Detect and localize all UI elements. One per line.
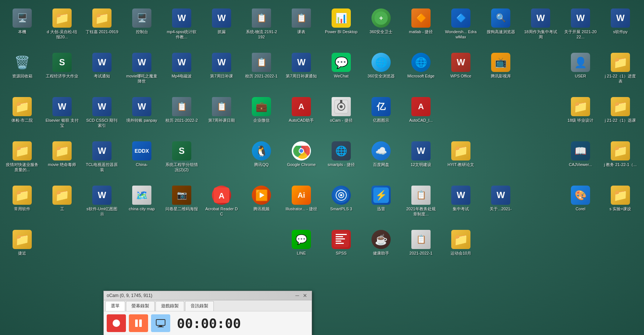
icon-gongcheng[interactable]: S 工程经济学大作业 bbox=[44, 50, 80, 94]
acrobat-icon: A bbox=[212, 186, 231, 205]
word-icon: W bbox=[132, 53, 151, 72]
doc-icon2: 📋 bbox=[411, 230, 431, 249]
icon-xiaoli-2022[interactable]: 📋 校历 2021-2022-2 bbox=[163, 94, 200, 138]
icon-baidu-pan[interactable]: ☁️ 百度网盘 bbox=[363, 138, 400, 183]
ocam-close-button[interactable]: ✕ bbox=[301, 293, 309, 298]
icon-powerbi[interactable]: 📊 Power BI Desktop bbox=[323, 6, 360, 50]
icon-zhulou[interactable]: W 抓漏 bbox=[203, 6, 240, 50]
icon-recycle[interactable]: 🗑️ 资源回收箱 bbox=[4, 50, 41, 94]
icon-360-weishi[interactable]: + 360安全卫士 bbox=[363, 6, 400, 50]
icon-j2122-xuanke[interactable]: 📁 j 21-22（1）选课 bbox=[602, 94, 639, 138]
icon-12-wenming[interactable]: W 12文明建设 bbox=[402, 138, 439, 183]
icon-tijian[interactable]: 📁 体检-市二院 bbox=[4, 94, 41, 138]
icon-jingwai[interactable]: W 境外转账 panpay bbox=[123, 94, 160, 138]
icon-label: movie哪吒之魔童降世 bbox=[125, 73, 158, 84]
icon-china-city-map[interactable]: 🗺️ china city map bbox=[123, 183, 160, 227]
icon-illustrator[interactable]: Ai Illustrator... - 捷径 bbox=[283, 183, 320, 227]
icon-label: TCL电视遥控器原装 bbox=[85, 162, 119, 173]
icon-corel[interactable]: 🎨 Corel bbox=[562, 183, 599, 227]
icon-chrome[interactable]: Google Chrome bbox=[283, 138, 320, 183]
icon-wps[interactable]: W WPS Office bbox=[442, 50, 479, 94]
icon-hyit[interactable]: 📁 HYIT-教研论文 bbox=[442, 138, 479, 183]
icon-18zhou[interactable]: W 18周作为集中考试周 bbox=[522, 6, 559, 50]
icon-di7-zhourizuke[interactable]: W 第7周日补课 bbox=[203, 50, 240, 94]
icon-di7-bu[interactable]: W 第7周日补课通知 bbox=[283, 50, 320, 94]
icon-dingjia[interactable]: 📁 丁钰嘉 2021-0919 bbox=[83, 6, 120, 50]
icon-jizhong[interactable]: W 集中考试 bbox=[442, 183, 479, 227]
icon-user[interactable]: 👤 USER bbox=[562, 50, 599, 94]
icon-label: HYIT-教研论文 bbox=[448, 162, 474, 167]
ocam-pause-button[interactable] bbox=[129, 314, 148, 332]
icon-china-eddx[interactable]: EDDX China- bbox=[123, 138, 160, 183]
icon-mp4-spss[interactable]: W mp4-spss统计软件教... bbox=[163, 6, 200, 50]
icon-guanyu2021[interactable]: W 关于...2021- bbox=[482, 183, 519, 227]
icon-smartpls3[interactable]: SmartPLS 3 bbox=[323, 183, 360, 227]
ocam-tab-audio[interactable]: 音訊錄製 bbox=[185, 301, 214, 311]
icon-wondershare[interactable]: 🔷 Wondersh... EdrawMax bbox=[442, 6, 479, 50]
icon-2021-1[interactable]: 📋 2021-2022-1 bbox=[402, 227, 439, 271]
icon-kaoshi-tongzhi[interactable]: W 考试通知 bbox=[83, 50, 120, 94]
icon-autocad-zhu[interactable]: A AutoCAD助手 bbox=[283, 94, 320, 138]
ocam-minimize-button[interactable]: ─ bbox=[294, 293, 301, 298]
icon-acrobat[interactable]: A Acrobat Reader DC bbox=[203, 183, 240, 227]
icon-mp4-dianb[interactable]: W Mp4电磁波 bbox=[163, 50, 200, 94]
icon-label: SmartPLS 3 bbox=[330, 206, 352, 211]
icon-label: Power BI Desktop bbox=[325, 29, 357, 34]
icon-yitu[interactable]: 亿 亿图图示 bbox=[363, 94, 400, 138]
icon-sougou[interactable]: 🔍 搜狗高速浏览器 bbox=[482, 6, 519, 50]
icon-wenda[interactable]: 📷 问卷星二维码海报 bbox=[163, 183, 200, 227]
ocam-tab-screen[interactable]: 螢幕錄製 bbox=[126, 301, 155, 311]
icon-edge[interactable]: 🌐 Microsoft Edge bbox=[402, 50, 439, 94]
icon-line[interactable]: 💬 LINE bbox=[283, 227, 320, 271]
icon-my-computer[interactable]: 🖥️ 本機 bbox=[4, 6, 41, 50]
icon-yiqing[interactable]: 📁 疫情对快递业服务质量的... bbox=[4, 138, 41, 183]
icon-label: 健康助手 bbox=[373, 251, 389, 256]
ocam-screen-button[interactable] bbox=[151, 314, 170, 332]
icon-d-dawu[interactable]: 📁 d 大创-吴自松-结报20... bbox=[44, 6, 80, 50]
icon-scd-cssci[interactable]: W SCD CSSCI 期刊索引 bbox=[83, 94, 120, 138]
icon-movie-juming[interactable]: 📁 movie 绝命毒师 bbox=[44, 138, 80, 183]
icon-yundong[interactable]: 📁 运动会10月 bbox=[442, 227, 479, 271]
icon-label: 工 bbox=[60, 206, 64, 211]
icon-spss[interactable]: SPSS bbox=[323, 227, 360, 271]
icon-j-2122[interactable]: 📁 j 21-22（1）进度表 bbox=[602, 50, 639, 94]
icon-tengxun-v[interactable]: 📺 腾讯影视库 bbox=[482, 50, 519, 94]
icon-s-shijian[interactable]: 📁 s 实验+课设 bbox=[602, 183, 639, 227]
icon-xitong-gongcheng[interactable]: S 系统工程学分组情况(2)(2) bbox=[163, 138, 200, 183]
ocam-tab-game[interactable]: 遊戲錄製 bbox=[155, 301, 184, 311]
ocam-record-button[interactable] bbox=[107, 314, 126, 332]
icon-18ji-biye[interactable]: 📁 18级 毕业设计 bbox=[562, 94, 599, 138]
icon-j-jiaowu[interactable]: 📁 j 教务 21-22-1（... bbox=[602, 138, 639, 183]
folder-icon: 📁 bbox=[451, 230, 470, 249]
ocam-tab-menu[interactable]: 選單 bbox=[105, 301, 125, 311]
icon-elsevier[interactable]: W Elsevier 银联 支付宝 bbox=[44, 94, 80, 138]
icon-smartpls[interactable]: 🌐 smartpls - 捷径 bbox=[323, 138, 360, 183]
icon-xunjie[interactable]: ⚡ 迅雷 bbox=[363, 183, 400, 227]
icon-360-anquan[interactable]: 🌐 360安全浏览器 bbox=[363, 50, 400, 94]
icon-kecheng[interactable]: 📋 课表 bbox=[283, 6, 320, 50]
icon-jiankang[interactable]: ☕ 健康助手 bbox=[363, 227, 400, 271]
icon-qiye-weixin[interactable]: 💼 企业微信 bbox=[243, 94, 280, 138]
icon-label: movie 绝命毒师 bbox=[48, 162, 76, 167]
icon-ocam[interactable]: oCam - 捷径 bbox=[323, 94, 360, 138]
icon-control-panel[interactable]: 🖥️ 控制台 bbox=[123, 6, 160, 50]
icon-changyong[interactable]: 📁 常用软件 bbox=[4, 183, 41, 227]
icon-wechat[interactable]: 💬 WeChat bbox=[323, 50, 360, 94]
icon-xiaoli-2021[interactable]: 📋 校历 2021-2022-1 bbox=[243, 50, 280, 94]
icon-s-uml[interactable]: W s软件-Uml亿图图示 bbox=[83, 183, 120, 227]
icon-s-py[interactable]: W s软件py bbox=[602, 6, 639, 50]
icon-system-wuliu[interactable]: 📋 系统-物流 2191-2192 bbox=[243, 6, 280, 50]
icon-movie-nali[interactable]: W movie哪吒之魔童降世 bbox=[123, 50, 160, 94]
icon-qq[interactable]: 🐧 腾讯QQ bbox=[243, 138, 280, 183]
icon-tcl[interactable]: W TCL电视遥控器原装 bbox=[83, 138, 120, 183]
icon-2021-jiaowu[interactable]: 📋 2021年教务处规章制度... bbox=[402, 183, 439, 227]
icon-gong[interactable]: 📁 工 bbox=[44, 183, 80, 227]
icon-jiejin[interactable]: 📁 捷近 bbox=[4, 227, 41, 271]
icon-cajviewer[interactable]: 📖 CAJViewer... bbox=[562, 138, 599, 183]
icon-tengxun-v2[interactable]: ▶️ 腾讯视频 bbox=[243, 183, 280, 227]
icon-autocad-l[interactable]: A AutoCAD_l... bbox=[402, 94, 439, 138]
icon-di7-rizuke[interactable]: 📋 第7周补课日期 bbox=[203, 94, 240, 138]
icon-label: j 21-22（1）进度表 bbox=[604, 73, 637, 84]
icon-guanyu[interactable]: W 关于开展 2021-2022... bbox=[562, 6, 599, 50]
icon-matlab[interactable]: 🔶 matlab - 捷径 bbox=[402, 6, 439, 50]
